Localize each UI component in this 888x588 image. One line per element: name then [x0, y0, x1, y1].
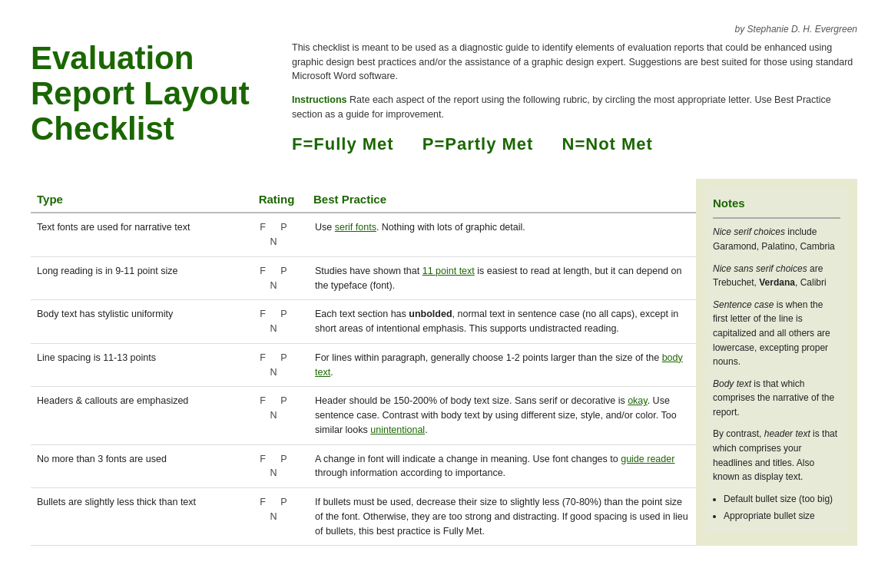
type-cell: No more than 3 fonts are used	[31, 444, 246, 488]
type-cell: Line spacing is 11-13 points	[31, 343, 246, 387]
byline: by Stephanie D. H. Evergreen	[31, 23, 857, 36]
table-row: Headers & callouts are emphasizedF P NHe…	[31, 387, 696, 444]
bp-cell: A change in font will indicate a change …	[307, 444, 696, 488]
title-block: Evaluation Report Layout Checklist	[31, 41, 261, 157]
table-row: Line spacing is 11-13 pointsF P NFor lin…	[31, 343, 696, 387]
rubric-p: P=Partly Met	[422, 134, 534, 154]
rating-cell: F P N	[246, 300, 307, 344]
table-header-row: Type Rating Best Practice	[31, 187, 696, 213]
rubric-n: N=Not Met	[562, 134, 653, 154]
notes-bullet-item: Appropriate bullet size	[724, 509, 840, 524]
rating-header: Rating	[246, 187, 307, 213]
notes-bullet-item: Default bullet size (too big)	[724, 492, 840, 507]
rating-cell: F P N	[246, 387, 307, 444]
bp-header: Best Practice	[307, 187, 696, 213]
main-title: Evaluation Report Layout Checklist	[31, 41, 261, 147]
bp-cell: If bullets must be used, decrease their …	[307, 488, 696, 546]
type-cell: Text fonts are used for narrative text	[31, 213, 246, 256]
rating-cell: F P N	[246, 444, 307, 488]
instructions-label: Instructions	[292, 94, 347, 105]
bp-cell: Studies have shown that 11 point text is…	[307, 256, 696, 300]
notes-paragraph: Body text is that which comprises the na…	[713, 377, 840, 420]
table-row: Text fonts are used for narrative textF …	[31, 213, 696, 256]
rubric-line: F=Fully Met P=Partly Met N=Not Met	[292, 133, 857, 157]
type-cell: Body text has stylistic uniformity	[31, 300, 246, 344]
type-cell: Bullets are slightly less thick than tex…	[31, 488, 246, 546]
table-row: Body text has stylistic uniformityF P NE…	[31, 300, 696, 344]
type-cell: Headers & callouts are emphasized	[31, 387, 246, 444]
title-line3: Checklist	[31, 111, 174, 147]
notes-block: Nice serif choices include Garamond, Pal…	[713, 225, 840, 524]
table-row: Bullets are slightly less thick than tex…	[31, 488, 696, 546]
notes-paragraph: Sentence case is when the first letter o…	[713, 298, 840, 369]
rating-cell: F P N	[246, 488, 307, 546]
notes-header: Notes	[713, 194, 840, 219]
bp-cell: For lines within paragraph, generally ch…	[307, 343, 696, 387]
table-row: No more than 3 fonts are usedF P NA chan…	[31, 444, 696, 488]
bp-cell: Each text section has unbolded, normal t…	[307, 300, 696, 344]
notes-section: Notes Nice serif choices include Garamon…	[705, 187, 848, 533]
bp-cell: Header should be 150-200% of body text s…	[307, 387, 696, 444]
intro-body: This checklist is meant to be used as a …	[292, 41, 857, 84]
rating-cell: F P N	[246, 343, 307, 387]
notes-bullets: Default bullet size (too big)Appropriate…	[724, 492, 840, 524]
content-layout: Type Rating Best Practice Text fonts are…	[31, 179, 857, 546]
title-line1: Evaluation	[31, 40, 194, 76]
table-row: Long reading is in 9-11 point sizeF P NS…	[31, 256, 696, 300]
notes-paragraph: Nice sans serif choices are Trebuchet, V…	[713, 262, 840, 290]
type-header: Type	[31, 187, 246, 213]
rating-cell: F P N	[246, 256, 307, 300]
instructions-line: Instructions Rate each aspect of the rep…	[292, 93, 857, 122]
type-cell: Long reading is in 9-11 point size	[31, 256, 246, 300]
checklist-table: Type Rating Best Practice Text fonts are…	[31, 187, 696, 546]
rubric-f: F=Fully Met	[292, 134, 394, 154]
intro-block: This checklist is meant to be used as a …	[292, 41, 857, 157]
title-line2: Report Layout	[31, 75, 250, 111]
top-section: Evaluation Report Layout Checklist This …	[31, 41, 857, 157]
rating-cell: F P N	[246, 213, 307, 256]
page-container: by Stephanie D. H. Evergreen Evaluation …	[31, 23, 857, 546]
instructions-text: Rate each aspect of the report using the…	[292, 94, 831, 120]
notes-panel: Notes Nice serif choices include Garamon…	[696, 179, 857, 546]
notes-paragraph: By contrast, header text is that which c…	[713, 427, 840, 484]
checklist-area: Type Rating Best Practice Text fonts are…	[31, 179, 696, 546]
notes-paragraph: Nice serif choices include Garamond, Pal…	[713, 225, 840, 253]
bp-cell: Use serif fonts. Nothing with lots of gr…	[307, 213, 696, 256]
